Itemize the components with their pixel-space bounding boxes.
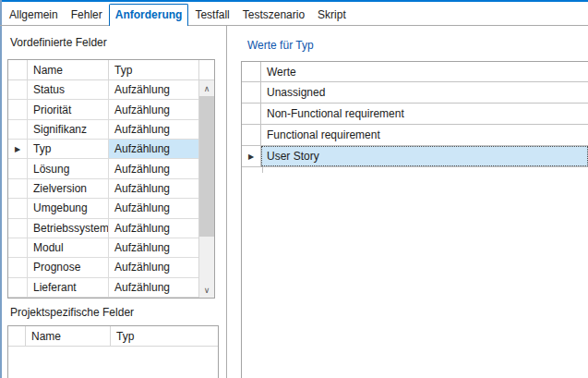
window-top-accent [0, 0, 588, 2]
predefined-table-row[interactable]: SignifikanzAufzählung [8, 120, 198, 140]
cell-werte[interactable]: Unassigned [261, 82, 588, 103]
row-indicator [8, 120, 28, 139]
window-left-accent [0, 0, 2, 378]
cell-typ[interactable]: Aufzählung [109, 100, 198, 118]
predefined-table-row[interactable]: LösungAufzählung [8, 159, 198, 178]
cell-werte[interactable]: User Story [261, 146, 588, 166]
predefined-table-row[interactable]: LieferantAufzählung [8, 278, 198, 298]
vertical-scrollbar[interactable]: ∧ ∨ [198, 60, 214, 298]
column-header-typ[interactable]: Typ [111, 326, 218, 346]
values-table-row[interactable]: ▶User Story [242, 146, 588, 167]
cell-name[interactable]: Typ [28, 140, 109, 158]
row-indicator-header-cell [242, 62, 261, 81]
row-indicator [8, 258, 28, 276]
panel-divider [226, 26, 227, 378]
predefined-fields-table: Name Typ StatusAufzählungPrioritätAufzäh… [7, 59, 215, 299]
values-table-body: UnassignedNon-Functional requirementFunc… [242, 82, 588, 173]
row-indicator [8, 159, 28, 177]
predefined-table-row[interactable]: UmgebungAufzählung [8, 199, 198, 218]
cell-typ[interactable]: Aufzählung [109, 278, 198, 297]
predefined-table-row[interactable]: StatusAufzählung [8, 80, 198, 100]
values-table-row[interactable]: Functional requirement [242, 125, 588, 146]
cell-name[interactable]: Prognose [28, 258, 109, 276]
cell-name[interactable]: Modul [28, 238, 109, 257]
cell-typ[interactable]: Aufzählung [109, 199, 198, 217]
predefined-table-row[interactable]: PrognoseAufzählung [8, 258, 198, 277]
predefined-table-row[interactable]: ▶TypAufzählung [8, 140, 198, 159]
row-indicator-header-cell [8, 326, 26, 346]
tab-skript[interactable]: Skript [311, 4, 353, 26]
cell-name[interactable]: Betriebssystem [28, 219, 109, 238]
chevron-up-icon: ∧ [204, 84, 210, 93]
cell-typ[interactable]: Aufzählung [109, 120, 198, 139]
predefined-table-header: Name Typ [8, 60, 198, 80]
values-for-typ-label: Werte für Typ [247, 39, 314, 52]
cell-name[interactable]: Lieferant [28, 278, 109, 297]
tab-allgemein[interactable]: Allgemein [3, 4, 65, 26]
row-indicator-header-cell [8, 60, 28, 79]
tab-anforderung[interactable]: Anforderung [109, 4, 189, 26]
values-table-header: Werte [242, 62, 588, 82]
cell-typ[interactable]: Aufzählung [109, 159, 198, 177]
row-indicator [8, 100, 28, 118]
cell-name[interactable]: Lösung [28, 159, 109, 177]
row-indicator-arrow-icon: ▶ [242, 146, 261, 166]
scrollbar-thumb[interactable] [199, 96, 214, 237]
cell-name[interactable]: Zielversion [28, 179, 109, 198]
tab-testszenario[interactable]: Testszenario [236, 4, 311, 26]
project-fields-label: Projektspezifische Felder [10, 306, 134, 319]
column-header-typ[interactable]: Typ [109, 60, 198, 79]
row-indicator [8, 219, 28, 238]
cell-name[interactable]: Priorität [28, 100, 109, 118]
predefined-fields-label: Vordefinierte Felder [10, 36, 107, 49]
cell-typ[interactable]: Aufzählung [109, 179, 198, 198]
row-indicator [8, 179, 28, 198]
values-table-row[interactable]: Unassigned [242, 82, 588, 104]
row-indicator [8, 80, 28, 99]
predefined-table-row[interactable]: ZielversionAufzählung [8, 179, 198, 199]
row-indicator-arrow-icon: ▶ [8, 140, 28, 158]
cell-typ[interactable]: Aufzählung [109, 238, 198, 257]
column-header-name[interactable]: Name [26, 326, 111, 346]
predefined-table-body: StatusAufzählungPrioritätAufzählungSigni… [8, 80, 198, 298]
cell-name[interactable]: Umgebung [28, 199, 109, 217]
cell-typ[interactable]: Aufzählung [109, 140, 198, 158]
row-indicator [242, 125, 261, 145]
cell-typ[interactable]: Aufzählung [109, 219, 198, 238]
predefined-table-row[interactable]: ModulAufzählung [8, 238, 198, 258]
cell-werte[interactable]: Non-Functional requirement [261, 104, 588, 124]
values-table-row[interactable]: Non-Functional requirement [242, 104, 588, 125]
tab-fehler[interactable]: Fehler [65, 4, 109, 26]
values-table: Werte UnassignedNon-Functional requireme… [241, 61, 588, 378]
chevron-down-icon: ∨ [204, 286, 210, 295]
project-fields-table: Name Typ [7, 325, 219, 378]
scroll-up-button[interactable]: ∧ [199, 80, 214, 96]
column-header-name[interactable]: Name [28, 60, 109, 79]
cell-typ[interactable]: Aufzählung [109, 80, 198, 99]
row-indicator [242, 82, 261, 103]
field-configuration-window: AllgemeinFehlerAnforderungTestfallTestsz… [0, 0, 588, 378]
column-header-werte[interactable]: Werte [261, 62, 588, 81]
predefined-table-row[interactable]: PrioritätAufzählung [8, 100, 198, 119]
scrollbar-header-spacer [199, 60, 214, 80]
scrollbar-track[interactable] [199, 96, 214, 282]
tab-strip: AllgemeinFehlerAnforderungTestfallTestsz… [3, 4, 353, 26]
cell-name[interactable]: Status [28, 80, 109, 99]
predefined-table-row[interactable]: BetriebssystemAufzählung [8, 219, 198, 238]
row-indicator [8, 278, 28, 297]
row-indicator [242, 104, 261, 124]
tab-testfall[interactable]: Testfall [188, 4, 235, 26]
cell-typ[interactable]: Aufzählung [109, 258, 198, 276]
cell-werte[interactable]: Functional requirement [261, 125, 588, 145]
row-indicator [8, 238, 28, 257]
scroll-down-button[interactable]: ∨ [199, 282, 214, 298]
cell-name[interactable]: Signifikanz [28, 120, 109, 139]
project-table-header: Name Typ [8, 326, 218, 347]
row-indicator [8, 199, 28, 217]
